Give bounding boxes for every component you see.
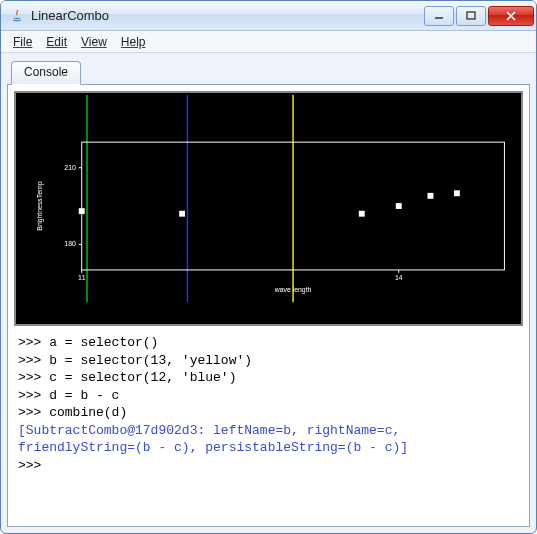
svg-text:14: 14	[395, 274, 403, 281]
tabstrip: Console	[7, 59, 530, 85]
scatter-plot: 1802101114wave lengthBrightnessTemp	[16, 93, 521, 324]
console-output-line: [SubtractCombo@17d902d3: leftName=b, rig…	[18, 422, 519, 457]
console-input-line: >>> d = b - c	[18, 387, 519, 405]
svg-text:180: 180	[64, 240, 76, 247]
data-point	[79, 208, 85, 214]
menu-edit[interactable]: Edit	[40, 33, 73, 51]
minimize-button[interactable]	[424, 6, 454, 26]
console-input-line: >>> c = selector(12, 'blue')	[18, 369, 519, 387]
maximize-button[interactable]	[456, 6, 486, 26]
tab-console[interactable]: Console	[11, 61, 81, 85]
menubar: File Edit View Help	[1, 31, 536, 53]
svg-text:210: 210	[64, 164, 76, 171]
svg-rect-1	[467, 12, 475, 19]
console-input-line: >>> combine(d)	[18, 404, 519, 422]
data-point	[359, 211, 365, 217]
console-input-line: >>>	[18, 457, 519, 475]
console-output[interactable]: >>> a = selector()>>> b = selector(13, '…	[14, 326, 523, 520]
window-title: LinearCombo	[31, 8, 424, 23]
plot-area[interactable]: 1802101114wave lengthBrightnessTemp	[14, 91, 523, 326]
close-button[interactable]	[488, 6, 534, 26]
titlebar[interactable]: LinearCombo	[1, 1, 536, 31]
data-point	[179, 211, 185, 217]
menu-view[interactable]: View	[75, 33, 113, 51]
window-buttons	[424, 6, 534, 26]
java-app-icon	[9, 8, 25, 24]
ylabel: BrightnessTemp	[36, 181, 44, 230]
menu-help[interactable]: Help	[115, 33, 152, 51]
client-area: Console 1802101114wave lengthBrightnessT…	[1, 53, 536, 533]
data-point	[454, 190, 460, 196]
console-input-line: >>> b = selector(13, 'yellow')	[18, 352, 519, 370]
xlabel: wave length	[274, 286, 312, 294]
data-point	[427, 193, 433, 199]
console-input-line: >>> a = selector()	[18, 334, 519, 352]
menu-file[interactable]: File	[7, 33, 38, 51]
window-frame: LinearCombo File Edit View Help Console …	[0, 0, 537, 534]
data-point	[396, 203, 402, 209]
svg-text:11: 11	[78, 274, 86, 281]
console-panel: 1802101114wave lengthBrightnessTemp >>> …	[7, 85, 530, 527]
